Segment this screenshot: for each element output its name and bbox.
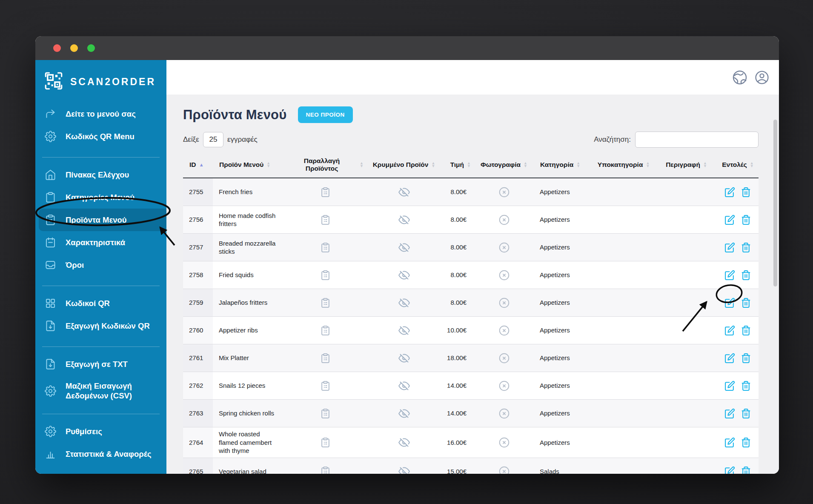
new-product-button[interactable]: ΝΕΟ ΠΡΟΪΟΝ — [298, 106, 353, 123]
file-download-icon — [45, 358, 56, 370]
edit-button[interactable] — [724, 325, 735, 336]
delete-button[interactable] — [741, 466, 751, 474]
x-circle-icon[interactable] — [498, 380, 510, 392]
column-header-hidden[interactable]: Κρυμμένο Προϊόν▲▼ — [367, 153, 441, 178]
delete-button[interactable] — [741, 270, 751, 281]
sidebar-item-menu-products[interactable]: Προϊόντα Μενού — [39, 209, 166, 231]
delete-button[interactable] — [741, 353, 751, 364]
x-circle-icon[interactable] — [498, 325, 510, 336]
table-row-2764: 2764Whole roasted flamed camembert with … — [183, 427, 759, 458]
eye-off-icon[interactable] — [398, 242, 410, 253]
delete-button[interactable] — [741, 381, 751, 391]
x-circle-icon[interactable] — [498, 297, 510, 309]
eye-off-icon[interactable] — [398, 437, 410, 448]
category-cell: Appetizers — [534, 178, 592, 206]
variation-cell — [283, 261, 367, 289]
sidebar: SCAN2ORDER Δείτε το μενού σαςΚωδικός QR … — [35, 60, 166, 474]
column-header-id[interactable]: ID▲ — [183, 153, 213, 178]
column-header-actions[interactable]: Εντολές▲▼ — [717, 153, 759, 178]
clipboard-list-icon[interactable] — [320, 187, 331, 198]
clipboard-list-icon[interactable] — [320, 242, 331, 253]
eye-off-icon[interactable] — [398, 186, 410, 198]
column-header-description[interactable]: Περιγραφή▲▼ — [656, 153, 717, 178]
sidebar-item-features[interactable]: Χαρακτηριστικά — [35, 231, 166, 254]
maximize-window-button[interactable] — [87, 44, 95, 52]
sidebar-item-qr-codes[interactable]: Κωδικοί QR — [35, 292, 166, 315]
delete-button[interactable] — [741, 437, 751, 448]
actions-cell — [717, 317, 759, 344]
sidebar-item-label: Εξαγωγή σε TXT — [66, 359, 128, 369]
x-circle-icon[interactable] — [498, 466, 510, 474]
eye-off-icon[interactable] — [398, 297, 410, 309]
subcategory-cell — [592, 234, 656, 261]
row-id-cell: 2759 — [183, 289, 213, 317]
x-circle-icon[interactable] — [498, 408, 510, 419]
sidebar-item-statistics[interactable]: Στατιστικά & Αναφορές — [35, 443, 166, 465]
hidden-product-cell — [367, 427, 441, 458]
sidebar-item-settings[interactable]: Ρυθμίσεις — [35, 420, 166, 443]
clipboard-list-icon[interactable] — [320, 270, 331, 281]
edit-button[interactable] — [724, 187, 735, 198]
minimize-window-button[interactable] — [70, 44, 78, 52]
edit-button[interactable] — [724, 466, 735, 474]
sidebar-item-label: Κωδικοί QR — [66, 298, 110, 308]
column-header-price[interactable]: Τιμή▲▼ — [441, 153, 474, 178]
actions-cell — [717, 427, 759, 458]
vertical-scrollbar[interactable] — [773, 120, 777, 286]
x-circle-icon[interactable] — [498, 214, 510, 226]
language-globe-icon[interactable] — [732, 70, 747, 85]
account-user-circle-icon[interactable] — [754, 70, 770, 85]
clipboard-list-icon[interactable] — [320, 325, 331, 336]
edit-button[interactable] — [724, 437, 735, 448]
eye-off-icon[interactable] — [398, 466, 410, 474]
delete-button[interactable] — [741, 325, 751, 336]
edit-button[interactable] — [724, 408, 735, 419]
x-circle-icon[interactable] — [498, 437, 510, 448]
sidebar-item-bulk-import-csv[interactable]: Μαζική Εισαγωγή Δεδομένων (CSV) — [35, 375, 166, 406]
delete-button[interactable] — [741, 408, 751, 419]
edit-button[interactable] — [724, 242, 735, 253]
sidebar-item-terms[interactable]: Όροι — [35, 254, 166, 276]
delete-button[interactable] — [741, 298, 751, 308]
x-circle-icon[interactable] — [498, 242, 510, 253]
clipboard-list-icon[interactable] — [320, 353, 331, 364]
edit-button[interactable] — [724, 270, 735, 281]
sidebar-item-dashboard[interactable]: Πίνακας Ελέγχου — [35, 163, 166, 186]
edit-button[interactable] — [724, 298, 735, 308]
delete-button[interactable] — [741, 242, 751, 253]
clipboard-list-icon[interactable] — [320, 437, 331, 448]
close-window-button[interactable] — [53, 44, 61, 52]
column-header-name[interactable]: Προϊόν Μενού▲▼ — [213, 153, 283, 178]
eye-off-icon[interactable] — [398, 352, 410, 364]
page-length-input[interactable] — [203, 132, 223, 147]
eye-off-icon[interactable] — [398, 408, 410, 419]
eye-off-icon[interactable] — [398, 380, 410, 392]
sidebar-item-label: Όροι — [66, 260, 84, 270]
search-input[interactable] — [635, 132, 759, 148]
x-circle-icon[interactable] — [498, 186, 510, 198]
edit-button[interactable] — [724, 215, 735, 225]
sidebar-item-qr-menu-code[interactable]: Κωδικός QR Menu — [35, 125, 166, 148]
sidebar-item-export-txt[interactable]: Εξαγωγή σε TXT — [35, 353, 166, 375]
clipboard-list-icon[interactable] — [320, 408, 331, 419]
delete-button[interactable] — [741, 187, 751, 198]
eye-off-icon[interactable] — [398, 214, 410, 226]
clipboard-list-icon[interactable] — [320, 381, 331, 391]
x-circle-icon[interactable] — [498, 269, 510, 281]
clipboard-list-icon[interactable] — [320, 298, 331, 308]
x-circle-icon[interactable] — [498, 352, 510, 364]
column-header-subcategory[interactable]: Υποκατηγορία▲▼ — [592, 153, 656, 178]
delete-button[interactable] — [741, 215, 751, 225]
column-header-category[interactable]: Κατηγορία▲▼ — [534, 153, 592, 178]
sidebar-item-export-qr-codes[interactable]: Εξαγωγή Κωδικών QR — [35, 315, 166, 337]
column-header-variation[interactable]: Παραλλαγή Προϊόντος▲▼ — [283, 153, 367, 178]
eye-off-icon[interactable] — [398, 269, 410, 281]
sidebar-item-menu-categories[interactable]: Κατηγορίες Μενού — [35, 186, 166, 209]
clipboard-list-icon[interactable] — [320, 466, 331, 474]
clipboard-list-icon[interactable] — [320, 215, 331, 225]
column-header-photo[interactable]: Φωτογραφία▲▼ — [474, 153, 534, 178]
edit-button[interactable] — [724, 381, 735, 391]
sidebar-item-view-menu[interactable]: Δείτε το μενού σας — [35, 103, 166, 125]
edit-button[interactable] — [724, 353, 735, 364]
eye-off-icon[interactable] — [398, 325, 410, 336]
